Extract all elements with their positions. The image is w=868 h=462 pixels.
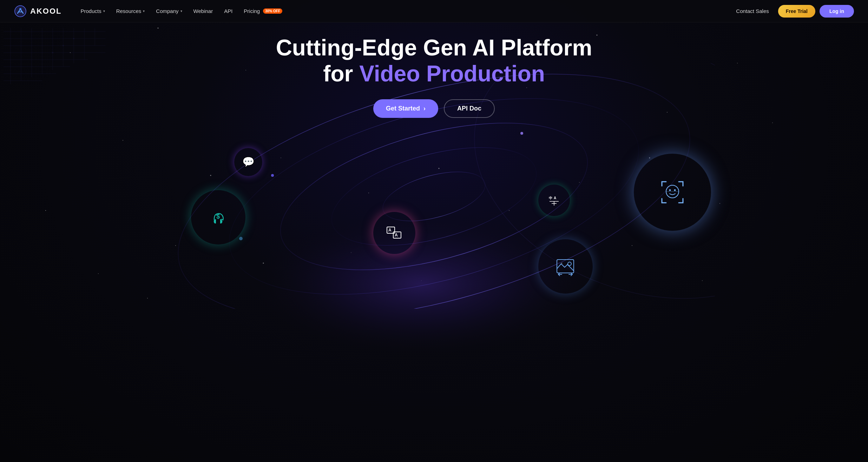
svg-point-31 — [737, 63, 738, 63]
svg-point-21 — [73, 38, 74, 39]
svg-point-71 — [674, 189, 676, 191]
hero-buttons: Get Started › API Doc — [373, 99, 495, 118]
planet-faceswap[interactable] — [634, 154, 711, 231]
nav-item-company[interactable]: Company ▾ — [151, 5, 187, 17]
hero-title-line2-plain: for — [323, 61, 359, 86]
svg-point-28 — [526, 87, 527, 88]
svg-point-22 — [70, 52, 71, 53]
svg-point-30 — [667, 112, 668, 113]
chevron-down-icon: ▾ — [180, 9, 182, 13]
svg-point-1 — [19, 8, 21, 10]
font-icon: A A — [386, 224, 403, 242]
svg-point-74 — [568, 262, 571, 266]
svg-text:A: A — [554, 196, 556, 200]
svg-text:中: 中 — [549, 196, 552, 200]
nav-right: Contact Sales Free Trial Log in — [731, 5, 854, 18]
hero-title-line1: Cutting-Edge Gen AI Platform — [276, 35, 592, 61]
chevron-down-icon: ▾ — [103, 9, 105, 13]
planet-font[interactable]: A A — [373, 212, 415, 254]
chat-icon: 💬 — [242, 157, 255, 167]
nav-item-webinar[interactable]: Webinar — [189, 5, 218, 17]
planet-translate[interactable]: 中 A — [538, 185, 570, 216]
logo-text: AKOOL — [30, 7, 61, 16]
chevron-down-icon: ▾ — [143, 9, 145, 13]
svg-point-19 — [52, 52, 53, 53]
nav-item-api[interactable]: API — [219, 5, 237, 17]
faceswap-icon — [658, 178, 686, 206]
planet-chat[interactable]: 💬 — [234, 148, 262, 176]
image-icon — [555, 256, 576, 277]
svg-point-20 — [63, 45, 64, 46]
pricing-badge: 30% OFF — [263, 8, 282, 14]
nav-item-pricing[interactable]: Pricing 30% OFF — [239, 5, 287, 17]
login-button[interactable]: Log in — [820, 5, 854, 18]
nav-item-resources[interactable]: Resources ▾ — [111, 5, 150, 17]
grid-decoration — [0, 25, 112, 88]
logo-link[interactable]: AKOOL — [14, 5, 61, 18]
svg-text:$: $ — [216, 213, 220, 220]
orbital-scene: 💬 $ A A 中 A — [0, 139, 868, 321]
contact-sales-link[interactable]: Contact Sales — [731, 5, 774, 17]
svg-point-29 — [597, 35, 598, 36]
svg-text:A: A — [395, 233, 398, 237]
planet-voice[interactable]: $ — [191, 190, 245, 245]
get-started-button[interactable]: Get Started › — [373, 99, 438, 118]
svg-point-41 — [772, 122, 773, 123]
hero-section: Cutting-Edge Gen AI Platform for Video P… — [0, 0, 868, 462]
hero-title-line2-accent: Video Production — [359, 61, 545, 86]
svg-point-0 — [15, 6, 26, 17]
svg-text:A: A — [388, 228, 392, 233]
svg-point-70 — [669, 189, 671, 191]
navbar: AKOOL Products ▾ Resources ▾ Company ▾ W… — [0, 0, 868, 22]
svg-point-24 — [245, 70, 246, 71]
nav-links: Products ▾ Resources ▾ Company ▾ Webinar… — [75, 5, 731, 17]
api-doc-button[interactable]: API Doc — [444, 99, 495, 118]
planet-image[interactable] — [538, 239, 593, 294]
nav-item-products[interactable]: Products ▾ — [75, 5, 110, 17]
hero-text: Cutting-Edge Gen AI Platform for Video P… — [276, 35, 592, 87]
logo-icon — [14, 5, 27, 18]
arrow-right-icon: › — [423, 105, 426, 112]
hero-title-line2: for Video Production — [276, 61, 592, 87]
translate-icon: 中 A — [547, 194, 561, 207]
svg-point-23 — [158, 28, 159, 29]
free-trial-button[interactable]: Free Trial — [778, 5, 815, 18]
voice-icon: $ — [208, 207, 229, 228]
svg-point-60 — [520, 132, 523, 135]
